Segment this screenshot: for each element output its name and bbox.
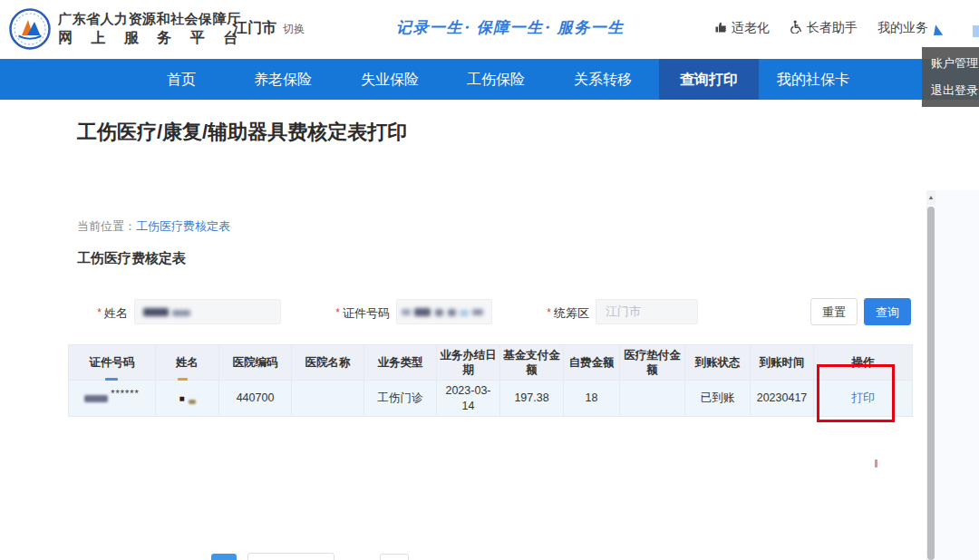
cell-self-amount: 18 — [564, 381, 620, 417]
breadcrumb-prefix: 当前位置： — [77, 219, 136, 233]
my-business-label: 我的业务 — [877, 20, 928, 36]
gov-logo-icon — [9, 8, 51, 50]
cell-action: 打印 — [814, 381, 913, 417]
cell-business-type: 工伤门诊 — [364, 381, 437, 417]
site-name: 广东省人力资源和社会保障厅 网 上 服 务 平 台 — [58, 10, 245, 48]
breadcrumb: 当前位置：工伤医疗费核定表 — [77, 218, 230, 235]
col-header-arrive-status: 到账状态 — [685, 344, 751, 381]
cell-name: ■ — [156, 381, 219, 417]
elder-mode-button[interactable]: 适老化 — [714, 20, 770, 36]
account-dropdown-menu: 账户管理 退出登录 — [922, 47, 979, 107]
city-selector: 江门市切换 — [233, 19, 305, 38]
scrollbar-up-arrow[interactable]: ▲ — [926, 190, 935, 205]
thumb-up-icon — [714, 21, 727, 36]
required-mark: * — [335, 306, 340, 319]
col-header-self-amount: 自费金额 — [564, 344, 620, 381]
redacted-value — [143, 308, 169, 316]
nav-item-injury[interactable]: 工伤保险 — [467, 59, 525, 100]
pagination-page-1-button[interactable]: 1 — [211, 554, 237, 560]
cell-settle-date: 2023-03-14 — [437, 381, 500, 417]
required-mark: * — [547, 306, 551, 319]
print-link[interactable]: 打印 — [851, 391, 875, 406]
main-nav: 首页 养老保险 失业保险 工伤保险 关系转移 查询打印 我的社保卡 — [0, 59, 979, 100]
menu-item-account-manage[interactable]: 账户管理 — [922, 50, 979, 77]
col-header-id: 证件号码 — [68, 344, 156, 381]
region-value: 江门市 — [596, 300, 697, 323]
table-header-row: 证件号码 姓名 医院编码 医院名称 业务类型 业务办结日期 基金支付金额 自费金… — [68, 344, 913, 381]
cell-fund-amount: 197.38 — [500, 381, 564, 417]
cell-arrive-status: 已到账 — [685, 381, 751, 417]
cell-hospital-code: 440700 — [219, 381, 292, 417]
section-title: 工伤医疗费核定表 — [77, 250, 186, 267]
name-input[interactable] — [134, 299, 281, 324]
reset-button[interactable]: 重置 — [810, 298, 858, 325]
col-header-hospital-name: 医院名称 — [292, 344, 364, 381]
nav-item-home[interactable]: 首页 — [167, 59, 196, 100]
cell-arrive-time: 20230417 — [751, 381, 814, 417]
redacted-value — [414, 308, 431, 316]
page-size-select[interactable]: 10条/页 — [247, 553, 334, 560]
nav-item-transfer[interactable]: 关系转移 — [574, 59, 632, 100]
switch-city-link[interactable]: 切换 — [283, 23, 305, 35]
page: 广东省人力资源和社会保障厅 网 上 服 务 平 台 江门市切换 记录一生· 保障… — [0, 0, 979, 560]
col-header-hospital-code: 医院编码 — [219, 344, 292, 381]
results-table: 证件号码 姓名 医院编码 医院名称 业务类型 业务办结日期 基金支付金额 自费金… — [68, 344, 913, 417]
pagination-goto-input[interactable] — [380, 554, 409, 560]
wheelchair-icon — [790, 20, 802, 36]
header-actions: 适老化 长者助手 我的业务 — [714, 20, 928, 36]
region-input[interactable]: 江门市 — [596, 299, 698, 324]
redacted-value — [172, 310, 190, 316]
right-background-strip — [936, 190, 979, 560]
edge-artifact — [973, 25, 979, 37]
redacted-value — [402, 309, 411, 315]
col-header-settle-date: 业务办结日期 — [437, 344, 500, 381]
elder-mode-label: 适老化 — [732, 20, 770, 36]
col-header-action: 操作 — [814, 344, 913, 381]
elder-assistant-label: 长者助手 — [807, 20, 858, 36]
redacted-value — [448, 309, 456, 316]
name-field-label: *姓名 — [77, 305, 128, 322]
red-artifact-dot — [875, 459, 877, 468]
redacted-value — [460, 310, 469, 316]
col-header-advance-amount: 医疗垫付金额 — [620, 344, 685, 381]
id-input[interactable] — [396, 299, 492, 324]
top-header: 广东省人力资源和社会保障厅 网 上 服 务 平 台 江门市切换 记录一生· 保障… — [0, 0, 979, 59]
cell-id: ****** — [68, 381, 156, 417]
nav-item-unemployment[interactable]: 失业保险 — [361, 59, 419, 100]
nav-item-query-print[interactable]: 查询打印 — [659, 59, 759, 100]
breadcrumb-current-link[interactable]: 工伤医疗费核定表 — [136, 219, 230, 233]
platform-name: 网 上 服 务 平 台 — [58, 28, 245, 48]
nav-item-social-card[interactable]: 我的社保卡 — [777, 59, 849, 100]
search-button[interactable]: 查询 — [864, 298, 911, 325]
redacted-value — [472, 309, 483, 315]
redacted-value — [84, 395, 108, 402]
scrollbar-thumb[interactable] — [927, 207, 935, 560]
pagination: 共1条 1 10条/页 前往 页 — [170, 553, 431, 560]
page-title: 工伤医疗/康复/辅助器具费核定表打印 — [77, 119, 407, 146]
nav-item-pension[interactable]: 养老保险 — [254, 59, 312, 100]
cell-hospital-name — [292, 381, 364, 417]
table-row: ****** ■ 440700 工伤门诊 2023-03-14 197.38 1… — [68, 381, 913, 417]
col-header-arrive-time: 到账时间 — [751, 344, 814, 381]
cursor-icon — [934, 24, 945, 37]
redacted-value: ■ — [179, 392, 184, 404]
menu-item-logout[interactable]: 退出登录 — [922, 77, 979, 104]
region-field-label: *统筹区 — [537, 305, 589, 322]
col-header-name: 姓名 — [156, 344, 219, 381]
redacted-value — [189, 400, 196, 404]
col-header-business-type: 业务类型 — [364, 344, 437, 381]
org-name: 广东省人力资源和社会保障厅 — [58, 10, 245, 28]
site-slogan: 记录一生· 保障一生· 服务一生 — [396, 17, 625, 38]
col-header-fund-amount: 基金支付金额 — [500, 344, 564, 381]
redacted-value — [435, 309, 443, 316]
id-field-label: *证件号码 — [319, 305, 390, 322]
my-business-button[interactable]: 我的业务 — [877, 20, 928, 36]
current-city: 江门市 — [233, 20, 276, 35]
elder-assistant-button[interactable]: 长者助手 — [790, 20, 858, 36]
required-mark: * — [97, 306, 102, 319]
cell-advance-amount — [620, 381, 685, 417]
